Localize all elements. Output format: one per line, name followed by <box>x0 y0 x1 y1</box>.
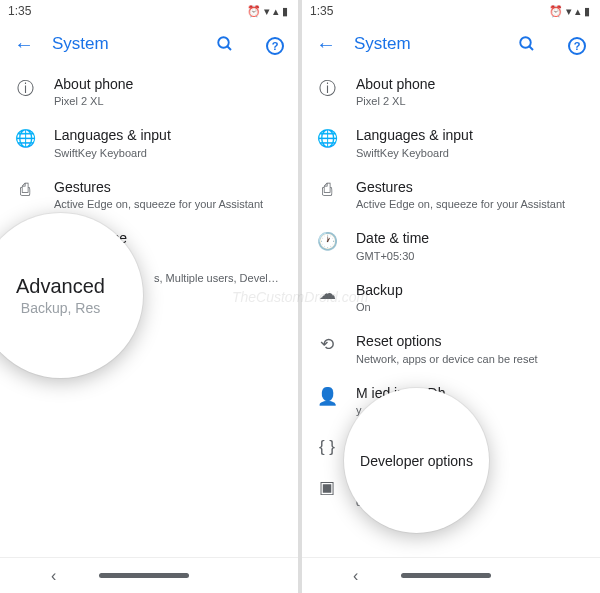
page-title: System <box>52 34 184 54</box>
navbar: ‹ <box>302 557 600 593</box>
item-advanced[interactable]: ⌄ s, Multiple users, Developer o.. <box>0 261 298 302</box>
statusbar: 1:35 ⏰ ▾ ▴ ▮ <box>302 0 600 22</box>
signal-icon: ▴ <box>575 5 581 18</box>
alarm-icon: ⏰ <box>549 5 563 18</box>
item-sub: y <box>356 403 586 417</box>
cloud-icon: ☁ <box>316 281 338 304</box>
help-icon[interactable]: ? <box>568 34 586 55</box>
item-about-phone[interactable]: ⓘ About phonePixel 2 XL <box>302 66 600 117</box>
battery-icon: ▮ <box>282 5 288 18</box>
nav-back-icon[interactable]: ‹ <box>51 567 56 585</box>
item-backup[interactable]: ☁ BackupOn <box>302 272 600 323</box>
signal-icon: ▴ <box>273 5 279 18</box>
item-sub: Pixel 2 XL <box>356 94 586 108</box>
svg-point-2 <box>520 37 531 48</box>
info-icon: ⓘ <box>316 75 338 100</box>
right-screen: 1:35 ⏰ ▾ ▴ ▮ ← System ? ⓘ About phonePix… <box>302 0 600 593</box>
status-icons: ⏰ ▾ ▴ ▮ <box>247 5 288 18</box>
back-button[interactable]: ← <box>316 33 336 56</box>
item-sub: Active Edge on, squeeze for your Assista… <box>356 197 586 211</box>
reset-icon: ⟲ <box>316 332 338 355</box>
search-icon[interactable] <box>216 35 234 53</box>
nav-home-pill[interactable] <box>99 573 189 578</box>
item-gestures[interactable]: ⎙ GesturesActive Edge on, squeeze for yo… <box>302 169 600 220</box>
item-label: tem update <box>356 475 586 493</box>
svg-line-1 <box>227 46 231 50</box>
item-label: Languages & input <box>356 126 586 144</box>
item-label: Date & time <box>356 229 586 247</box>
status-time: 1:35 <box>8 4 31 18</box>
wifi-icon: ▾ <box>566 5 572 18</box>
nav-home-pill[interactable] <box>401 573 491 578</box>
item-label: Date & time <box>54 229 284 247</box>
item-sub: GMT+05:30 <box>356 249 586 263</box>
svg-point-0 <box>218 37 229 48</box>
item-reset[interactable]: ⟲ Reset optionsNetwork, apps or device c… <box>302 323 600 374</box>
gestures-icon: ⎙ <box>14 178 36 200</box>
help-icon[interactable]: ? <box>266 34 284 55</box>
nav-back-icon[interactable]: ‹ <box>353 567 358 585</box>
settings-list: ⓘ About phonePixel 2 XL 🌐 Languages & in… <box>302 66 600 557</box>
item-sub: Active Edge on, squeeze for your Assista… <box>54 197 284 211</box>
status-icons: ⏰ ▾ ▴ ▮ <box>549 5 590 18</box>
header: ← System ? <box>302 22 600 66</box>
item-label: About phone <box>54 75 284 93</box>
gestures-icon: ⎙ <box>316 178 338 200</box>
item-languages[interactable]: 🌐 Languages & inputSwiftKey Keyboard <box>0 117 298 168</box>
clock-icon: 🕐 <box>14 229 36 252</box>
item-label: M ied in as Dh <box>356 384 586 402</box>
info-icon: ⓘ <box>14 75 36 100</box>
item-sub: SwiftKey Keyboard <box>356 146 586 160</box>
item-date-time[interactable]: 🕐 Date & time <box>0 220 298 261</box>
item-label: Gestures <box>356 178 586 196</box>
item-sub: s, Multiple users, Developer o.. <box>154 271 284 285</box>
navbar: ‹ <box>0 557 298 593</box>
clock-icon: 🕐 <box>316 229 338 252</box>
search-icon[interactable] <box>518 35 536 53</box>
item-sub: Pixel 2 XL <box>54 94 284 108</box>
item-label: Gestures <box>54 178 284 196</box>
statusbar: 1:35 ⏰ ▾ ▴ ▮ <box>0 0 298 22</box>
item-sub: SwiftKey Keyboard <box>54 146 284 160</box>
item-label: Languages & input <box>54 126 284 144</box>
status-time: 1:35 <box>310 4 333 18</box>
update-icon: ▣ <box>316 475 338 498</box>
wifi-icon: ▾ <box>264 5 270 18</box>
globe-icon: 🌐 <box>14 126 36 149</box>
chevron-down-icon: ⌄ <box>14 270 36 293</box>
settings-list: ⓘ About phonePixel 2 XL 🌐 Languages & in… <box>0 66 298 557</box>
left-screen: 1:35 ⏰ ▾ ▴ ▮ ← System ? ⓘ About phonePix… <box>0 0 298 593</box>
svg-line-3 <box>529 46 533 50</box>
braces-icon: { } <box>316 435 338 457</box>
page-title: System <box>354 34 486 54</box>
item-languages[interactable]: 🌐 Languages & inputSwiftKey Keyboard <box>302 117 600 168</box>
item-sub: Network, apps or device can be reset <box>356 352 586 366</box>
item-date-time[interactable]: 🕐 Date & timeGMT+05:30 <box>302 220 600 271</box>
header: ← System ? <box>0 22 298 66</box>
item-update[interactable]: ▣ tem updated 9 <box>302 466 600 517</box>
alarm-icon: ⏰ <box>247 5 261 18</box>
item-sub: d 9 <box>356 495 586 509</box>
item-label: Backup <box>356 281 586 299</box>
item-label: About phone <box>356 75 586 93</box>
item-about-phone[interactable]: ⓘ About phonePixel 2 XL <box>0 66 298 117</box>
item-label: Reset options <box>356 332 586 350</box>
item-sub: On <box>356 300 586 314</box>
battery-icon: ▮ <box>584 5 590 18</box>
globe-icon: 🌐 <box>316 126 338 149</box>
user-icon: 👤 <box>316 384 338 407</box>
item-developer[interactable]: { } <box>302 426 600 466</box>
item-user[interactable]: 👤 M ied in as Dhy <box>302 375 600 426</box>
back-button[interactable]: ← <box>14 33 34 56</box>
item-gestures[interactable]: ⎙ GesturesActive Edge on, squeeze for yo… <box>0 169 298 220</box>
